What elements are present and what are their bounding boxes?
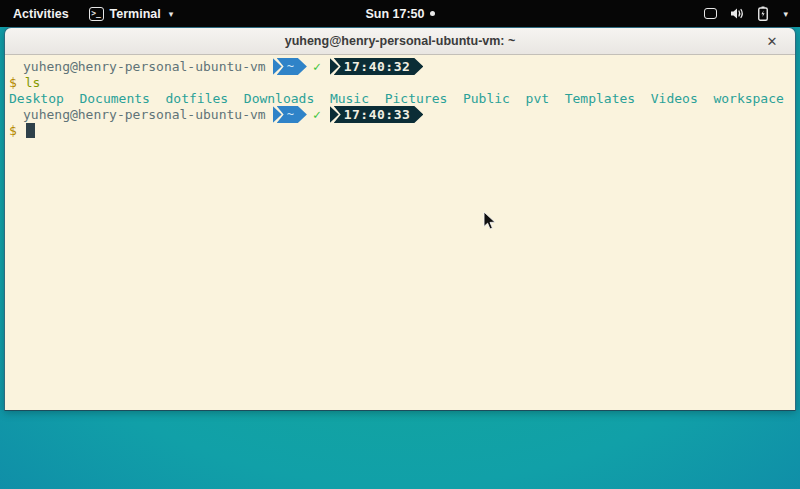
close-icon[interactable]: ✕ xyxy=(759,28,785,55)
timestamp-segment: 17:40:32 xyxy=(334,58,424,75)
clock-label: Sun 17:50 xyxy=(365,7,424,21)
timestamp-segment: 17:40:33 xyxy=(334,106,424,123)
terminal-content[interactable]: yuheng@henry-personal-ubuntu-vm ~ ✓ 17:4… xyxy=(5,55,795,411)
terminal-cursor xyxy=(26,123,35,138)
volume-icon xyxy=(730,7,745,20)
chevron-down-icon: ▾ xyxy=(169,9,174,19)
status-ok-icon: ✓ xyxy=(313,107,321,123)
topbar-left: Activities >_ Terminal ▾ xyxy=(0,5,173,23)
user-host-text: yuheng@henry-personal-ubuntu-vm xyxy=(23,107,266,123)
command-text: ls xyxy=(25,75,41,90)
prompt-line-1: yuheng@henry-personal-ubuntu-vm ~ ✓ 17:4… xyxy=(9,58,791,75)
app-menu-label: Terminal xyxy=(110,7,161,21)
display-icon xyxy=(704,8,717,19)
prompt-line-2: yuheng@henry-personal-ubuntu-vm ~ ✓ 17:4… xyxy=(9,106,791,123)
terminal-window: yuheng@henry-personal-ubuntu-vm: ~ ✕ yuh… xyxy=(4,27,796,411)
gnome-top-bar: Activities >_ Terminal ▾ Sun 17:50 xyxy=(0,0,800,27)
system-tray[interactable]: ▾ xyxy=(704,6,800,21)
desktop-screen: Activities >_ Terminal ▾ Sun 17:50 xyxy=(0,0,800,489)
window-titlebar[interactable]: yuheng@henry-personal-ubuntu-vm: ~ ✕ xyxy=(5,28,795,55)
terminal-app-icon: >_ xyxy=(89,7,104,21)
status-ok-icon: ✓ xyxy=(313,59,321,75)
battery-charging-icon xyxy=(758,6,768,21)
ls-output: Desktop Documents dotfiles Downloads Mus… xyxy=(9,91,791,107)
user-host-text: yuheng@henry-personal-ubuntu-vm xyxy=(23,59,266,75)
activities-button[interactable]: Activities xyxy=(11,5,71,23)
app-menu-terminal[interactable]: >_ Terminal ▾ xyxy=(89,7,174,21)
clock-button[interactable]: Sun 17:50 xyxy=(365,7,434,21)
current-input-line: $ xyxy=(9,123,791,139)
window-title: yuheng@henry-personal-ubuntu-vm: ~ xyxy=(285,34,516,48)
command-line: $ ls xyxy=(9,75,791,91)
prompt-symbol: $ xyxy=(9,123,17,138)
tray-chevron-down-icon: ▾ xyxy=(783,9,788,19)
notification-dot-icon xyxy=(430,11,435,16)
prompt-symbol: $ xyxy=(9,75,17,90)
